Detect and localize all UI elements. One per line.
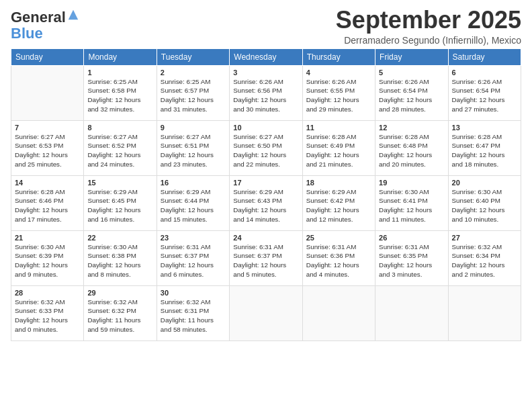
week-row-3: 14Sunrise: 6:28 AMSunset: 6:46 PMDayligh… — [11, 175, 521, 230]
day-number: 23 — [161, 234, 226, 242]
day-number: 1 — [87, 68, 152, 77]
table-cell: 17Sunrise: 6:29 AMSunset: 6:43 PMDayligh… — [230, 175, 302, 230]
day-number: 7 — [15, 124, 80, 132]
day-info: Sunrise: 6:28 AMSunset: 6:47 PMDaylight:… — [452, 132, 517, 169]
day-info: Sunrise: 6:27 AMSunset: 6:50 PMDaylight:… — [233, 132, 298, 169]
table-cell: 18Sunrise: 6:29 AMSunset: 6:42 PMDayligh… — [302, 175, 375, 230]
table-cell: 28Sunrise: 6:32 AMSunset: 6:33 PMDayligh… — [11, 285, 84, 340]
table-cell: 21Sunrise: 6:30 AMSunset: 6:39 PMDayligh… — [11, 230, 84, 285]
day-number: 24 — [233, 234, 298, 242]
col-sunday: Sunday — [11, 48, 84, 65]
table-cell: 7Sunrise: 6:27 AMSunset: 6:53 PMDaylight… — [11, 120, 84, 175]
day-number: 19 — [379, 179, 444, 187]
day-info: Sunrise: 6:32 AMSunset: 6:33 PMDaylight:… — [15, 298, 80, 334]
col-saturday: Saturday — [448, 48, 521, 65]
day-number: 9 — [161, 124, 226, 132]
table-cell: 30Sunrise: 6:32 AMSunset: 6:31 PMDayligh… — [157, 285, 229, 340]
day-info: Sunrise: 6:32 AMSunset: 6:34 PMDaylight:… — [452, 242, 517, 279]
day-info: Sunrise: 6:29 AMSunset: 6:44 PMDaylight:… — [161, 187, 226, 224]
table-cell: 6Sunrise: 6:26 AMSunset: 6:54 PMDaylight… — [448, 65, 521, 120]
table-cell: 14Sunrise: 6:28 AMSunset: 6:46 PMDayligh… — [11, 175, 84, 230]
table-cell: 4Sunrise: 6:26 AMSunset: 6:55 PMDaylight… — [302, 65, 375, 120]
day-number: 26 — [379, 234, 444, 242]
table-cell: 5Sunrise: 6:26 AMSunset: 6:54 PMDaylight… — [375, 65, 448, 120]
table-cell — [11, 65, 84, 120]
table-cell: 11Sunrise: 6:28 AMSunset: 6:49 PMDayligh… — [302, 120, 375, 175]
day-info: Sunrise: 6:28 AMSunset: 6:46 PMDaylight:… — [15, 187, 80, 224]
day-info: Sunrise: 6:31 AMSunset: 6:35 PMDaylight:… — [379, 242, 444, 279]
day-info: Sunrise: 6:32 AMSunset: 6:31 PMDaylight:… — [161, 298, 226, 334]
day-number: 28 — [15, 289, 80, 297]
col-tuesday: Tuesday — [157, 48, 229, 65]
day-info: Sunrise: 6:25 AMSunset: 6:57 PMDaylight:… — [161, 77, 226, 114]
day-number: 27 — [452, 234, 517, 242]
day-number: 10 — [233, 124, 298, 132]
day-info: Sunrise: 6:27 AMSunset: 6:53 PMDaylight:… — [15, 132, 80, 169]
table-cell: 16Sunrise: 6:29 AMSunset: 6:44 PMDayligh… — [157, 175, 229, 230]
day-info: Sunrise: 6:31 AMSunset: 6:36 PMDaylight:… — [306, 242, 371, 279]
day-number: 17 — [233, 179, 298, 187]
table-cell: 27Sunrise: 6:32 AMSunset: 6:34 PMDayligh… — [448, 230, 521, 285]
day-info: Sunrise: 6:27 AMSunset: 6:52 PMDaylight:… — [87, 132, 152, 169]
table-cell: 26Sunrise: 6:31 AMSunset: 6:35 PMDayligh… — [375, 230, 448, 285]
table-cell: 15Sunrise: 6:29 AMSunset: 6:45 PMDayligh… — [84, 175, 157, 230]
day-number: 8 — [87, 124, 152, 132]
day-number: 15 — [87, 179, 152, 187]
day-number: 2 — [161, 68, 226, 77]
logo-line2: Blue — [11, 25, 43, 42]
day-number: 25 — [306, 234, 371, 242]
day-info: Sunrise: 6:28 AMSunset: 6:48 PMDaylight:… — [379, 132, 444, 169]
week-row-1: 1Sunrise: 6:25 AMSunset: 6:58 PMDaylight… — [11, 65, 521, 120]
table-cell: 25Sunrise: 6:31 AMSunset: 6:36 PMDayligh… — [302, 230, 375, 285]
week-row-4: 21Sunrise: 6:30 AMSunset: 6:39 PMDayligh… — [11, 230, 521, 285]
calendar-header-row: Sunday Monday Tuesday Wednesday Thursday… — [11, 48, 521, 65]
day-info: Sunrise: 6:31 AMSunset: 6:37 PMDaylight:… — [161, 242, 226, 279]
title-block: September 2025 Derramadero Segundo (Infi… — [336, 7, 521, 46]
col-thursday: Thursday — [302, 48, 375, 65]
day-info: Sunrise: 6:30 AMSunset: 6:41 PMDaylight:… — [379, 187, 444, 224]
logo-line1: General — [11, 9, 66, 26]
calendar-table: Sunday Monday Tuesday Wednesday Thursday… — [11, 48, 521, 341]
month-title: September 2025 — [336, 7, 521, 34]
table-cell: 19Sunrise: 6:30 AMSunset: 6:41 PMDayligh… — [375, 175, 448, 230]
day-number: 16 — [161, 179, 226, 187]
day-info: Sunrise: 6:26 AMSunset: 6:56 PMDaylight:… — [233, 77, 298, 114]
day-number: 6 — [452, 68, 517, 77]
logo: General Blue — [11, 9, 79, 42]
week-row-2: 7Sunrise: 6:27 AMSunset: 6:53 PMDaylight… — [11, 120, 521, 175]
table-cell: 9Sunrise: 6:27 AMSunset: 6:51 PMDaylight… — [157, 120, 229, 175]
day-info: Sunrise: 6:30 AMSunset: 6:38 PMDaylight:… — [87, 242, 152, 279]
day-info: Sunrise: 6:28 AMSunset: 6:49 PMDaylight:… — [306, 132, 371, 169]
day-number: 21 — [15, 234, 80, 242]
day-info: Sunrise: 6:27 AMSunset: 6:51 PMDaylight:… — [161, 132, 226, 169]
day-number: 22 — [87, 234, 152, 242]
table-cell: 22Sunrise: 6:30 AMSunset: 6:38 PMDayligh… — [84, 230, 157, 285]
day-number: 20 — [452, 179, 517, 187]
day-info: Sunrise: 6:25 AMSunset: 6:58 PMDaylight:… — [87, 77, 152, 114]
day-info: Sunrise: 6:29 AMSunset: 6:42 PMDaylight:… — [306, 187, 371, 224]
day-number: 29 — [87, 289, 152, 297]
week-row-5: 28Sunrise: 6:32 AMSunset: 6:33 PMDayligh… — [11, 285, 521, 340]
header: General Blue September 2025 Derramadero … — [11, 7, 521, 46]
day-number: 11 — [306, 124, 371, 132]
logo-icon — [67, 9, 79, 21]
table-cell: 3Sunrise: 6:26 AMSunset: 6:56 PMDaylight… — [230, 65, 302, 120]
table-cell: 23Sunrise: 6:31 AMSunset: 6:37 PMDayligh… — [157, 230, 229, 285]
day-number: 4 — [306, 68, 371, 77]
day-number: 18 — [306, 179, 371, 187]
svg-marker-0 — [69, 10, 78, 19]
day-number: 13 — [452, 124, 517, 132]
table-cell: 13Sunrise: 6:28 AMSunset: 6:47 PMDayligh… — [448, 120, 521, 175]
day-info: Sunrise: 6:26 AMSunset: 6:55 PMDaylight:… — [306, 77, 371, 114]
page-container: General Blue September 2025 Derramadero … — [0, 0, 532, 348]
day-info: Sunrise: 6:26 AMSunset: 6:54 PMDaylight:… — [452, 77, 517, 114]
day-info: Sunrise: 6:30 AMSunset: 6:40 PMDaylight:… — [452, 187, 517, 224]
day-info: Sunrise: 6:26 AMSunset: 6:54 PMDaylight:… — [379, 77, 444, 114]
day-info: Sunrise: 6:30 AMSunset: 6:39 PMDaylight:… — [15, 242, 80, 279]
table-cell: 12Sunrise: 6:28 AMSunset: 6:48 PMDayligh… — [375, 120, 448, 175]
day-number: 14 — [15, 179, 80, 187]
table-cell: 1Sunrise: 6:25 AMSunset: 6:58 PMDaylight… — [84, 65, 157, 120]
table-cell: 8Sunrise: 6:27 AMSunset: 6:52 PMDaylight… — [84, 120, 157, 175]
day-number: 12 — [379, 124, 444, 132]
day-info: Sunrise: 6:29 AMSunset: 6:43 PMDaylight:… — [233, 187, 298, 224]
